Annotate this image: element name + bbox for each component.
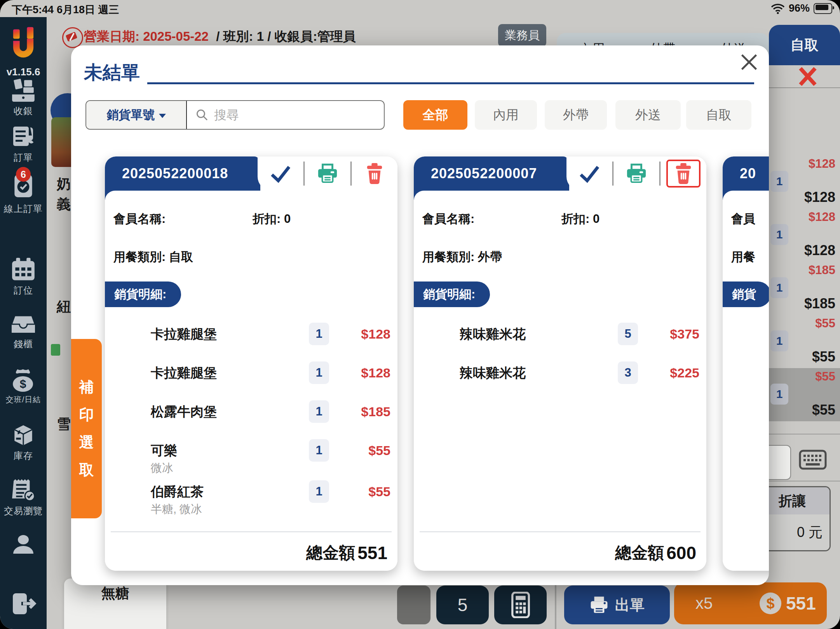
divider — [111, 531, 392, 532]
order-card-partial: 20 會員 用餐 銷貨 — [723, 156, 769, 571]
total-value: 600 — [666, 542, 696, 563]
reprint-char: 取 — [79, 460, 94, 480]
item-price: $185 — [361, 399, 390, 424]
order-card: 2025052200007 會員名稱: 折扣: 0 用餐類別: 外帶 銷貨明細:… — [414, 156, 706, 571]
select-order-button[interactable] — [566, 164, 612, 183]
print-order-button[interactable] — [305, 163, 350, 184]
filter-takeout[interactable]: 外帶 — [545, 100, 607, 130]
sales-detail-pill: 銷貨明細: — [105, 281, 181, 307]
pos-app: 下午5:44 6月18日 週三 96% v1.15.6 — [0, 0, 840, 629]
modal-title: 未結單 — [84, 60, 140, 85]
printer-icon — [317, 163, 338, 184]
meal-type-label: 用餐類別: 自取 — [113, 249, 193, 265]
search-group: 銷貨單號 — [85, 100, 385, 130]
total-label: 總金額 — [615, 542, 664, 564]
item-name: 卡拉雞腿堡 — [105, 360, 397, 385]
item-price: $55 — [368, 438, 390, 463]
item-name: 辣味雞米花 — [414, 321, 706, 346]
member-name-label: 會員名稱: — [113, 211, 166, 227]
order-card-body: 會員名稱: 折扣: 0 用餐類別: 自取 銷貨明細: 卡拉雞腿堡 1 $128 … — [105, 191, 397, 571]
item-price: $128 — [361, 360, 390, 385]
order-actions — [566, 156, 706, 191]
item-price: $55 — [368, 479, 390, 504]
filter-dine-in[interactable]: 內用 — [475, 100, 537, 130]
search-input[interactable] — [213, 108, 362, 123]
item-qty: 1 — [309, 439, 329, 462]
order-items: 辣味雞米花 5 $375 辣味雞米花 3 $225 — [414, 321, 706, 399]
order-number: 20 — [723, 156, 769, 191]
order-total-row: 總金額 551 — [105, 535, 397, 571]
item-name: 松露牛肉堡 — [105, 399, 397, 424]
delete-order-button[interactable] — [352, 163, 397, 184]
order-card-body: 會員 用餐 銷貨 — [723, 191, 769, 571]
meal-type-label: 用餐類別: 外帶 — [422, 249, 502, 265]
item-qty: 1 — [309, 480, 329, 503]
order-total-row: 總金額 600 — [414, 535, 706, 571]
order-number: 2025052200007 — [414, 156, 569, 191]
item-qty: 1 — [309, 323, 329, 345]
meal-type-label: 用餐 — [731, 249, 755, 265]
reprint-char: 印 — [79, 405, 94, 425]
divider — [420, 531, 701, 532]
item-name: 辣味雞米花 — [414, 360, 706, 385]
order-card: 2025052200018 會員名稱: 折扣: 0 用餐類別: 自取 銷貨明細:… — [105, 156, 397, 571]
search-field — [187, 101, 384, 129]
sales-detail-pill: 銷貨明細: — [414, 281, 490, 307]
search-icon — [195, 108, 209, 122]
order-item: 松露牛肉堡 1 $185 — [105, 399, 397, 424]
reprint-char: 選 — [79, 433, 94, 452]
item-qty: 1 — [309, 400, 329, 423]
delete-highlight-box — [666, 160, 701, 188]
item-note: 微冰 — [105, 460, 397, 476]
order-items: 卡拉雞腿堡 1 $128 卡拉雞腿堡 1 $128 松露牛肉堡 1 $1 — [105, 321, 397, 520]
reprint-char: 補 — [79, 377, 94, 397]
total-value: 551 — [357, 542, 387, 563]
item-qty: 5 — [618, 323, 638, 345]
search-field-dropdown[interactable]: 銷貨單號 — [86, 101, 187, 129]
order-actions — [258, 156, 397, 191]
discount-label: 折扣: 0 — [561, 211, 600, 227]
order-item: 卡拉雞腿堡 1 $128 — [105, 360, 397, 385]
item-note: 半糖, 微冰 — [105, 501, 397, 517]
chevron-down-icon — [159, 114, 166, 118]
filter-delivery[interactable]: 外送 — [615, 100, 681, 130]
filter-all[interactable]: 全部 — [403, 100, 467, 130]
delete-order-button-highlighted[interactable] — [660, 160, 706, 188]
order-card-body: 會員名稱: 折扣: 0 用餐類別: 外帶 銷貨明細: 辣味雞米花 5 $375 … — [414, 191, 706, 571]
check-icon — [269, 164, 292, 183]
item-name: 伯爵紅茶 — [105, 479, 397, 504]
check-icon — [578, 164, 601, 183]
trash-icon — [674, 163, 693, 184]
order-item: 辣味雞米花 5 $375 — [414, 321, 706, 346]
order-item: 可樂 1 $55 微冰 — [105, 438, 397, 476]
print-order-button[interactable] — [613, 163, 659, 184]
select-order-button[interactable] — [258, 164, 303, 183]
printer-icon — [626, 163, 647, 184]
item-price: $225 — [670, 360, 699, 385]
sales-detail-pill: 銷貨 — [723, 281, 769, 307]
trash-icon — [365, 163, 384, 184]
order-number: 2025052200018 — [105, 156, 260, 191]
item-qty: 1 — [309, 361, 329, 384]
close-icon[interactable] — [739, 52, 759, 72]
discount-label: 折扣: 0 — [253, 211, 291, 227]
filter-pickup[interactable]: 自取 — [686, 100, 751, 130]
dropdown-label: 銷貨單號 — [107, 107, 155, 123]
member-name-label: 會員 — [731, 211, 755, 227]
item-name: 卡拉雞腿堡 — [105, 321, 397, 346]
reprint-selected-button[interactable]: 補 印 選 取 — [71, 339, 102, 518]
total-label: 總金額 — [306, 542, 355, 564]
order-item: 伯爵紅茶 1 $55 半糖, 微冰 — [105, 479, 397, 517]
item-price: $128 — [361, 321, 390, 346]
title-underline — [147, 82, 754, 84]
unsettled-orders-modal: 未結單 銷貨單號 全部 內用 外帶 外送 自取 — [71, 45, 769, 585]
order-cards: 2025052200018 會員名稱: 折扣: 0 用餐類別: 自取 銷貨明細:… — [105, 156, 769, 571]
item-price: $375 — [670, 321, 699, 346]
item-qty: 3 — [618, 361, 638, 384]
item-name: 可樂 — [105, 438, 397, 463]
member-name-label: 會員名稱: — [422, 211, 474, 227]
order-item: 辣味雞米花 3 $225 — [414, 360, 706, 385]
order-item: 卡拉雞腿堡 1 $128 — [105, 321, 397, 346]
